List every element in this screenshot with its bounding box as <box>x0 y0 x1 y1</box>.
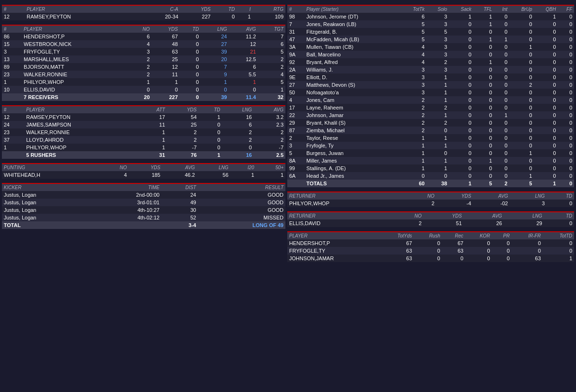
table-cell: 0 <box>509 119 534 127</box>
table-cell: 0 <box>473 43 494 51</box>
table-cell: 24 <box>201 33 229 40</box>
table-cell: 1 <box>152 78 180 86</box>
table-row: Justus, Logan4th-10:2730GOOD <box>2 206 285 214</box>
table-cell: 0 <box>449 164 473 172</box>
table-cell: 0 <box>465 239 492 247</box>
table-row: 22Johnson, Jamar21001000 <box>287 111 574 119</box>
table-cell: 1 <box>2 78 22 86</box>
table-cell <box>93 221 161 229</box>
table-cell: 13 <box>2 55 22 63</box>
right-column: # Player (Starter) TotTk Solo Sack TFL I… <box>287 2 574 264</box>
punting-header-row: PUNTING NO YDS AVG LNG I20 50+ <box>2 164 285 171</box>
table-cell: 2 <box>494 180 509 187</box>
table-cell: 24 <box>161 191 198 199</box>
table-cell: 227 <box>152 93 180 101</box>
table-cell: 63 <box>152 48 180 55</box>
table-cell: Justus, Logan <box>2 206 93 214</box>
table-row: Justus, Logan4th-02:1252MISSED <box>2 214 285 221</box>
receiving-col-td: TD <box>180 26 201 33</box>
table-cell: 25 <box>152 55 180 63</box>
rushing-body: 12RAMSEY,PEYTON17541163.224JAMES,SAMPSON… <box>2 113 285 159</box>
table-cell: 0 <box>558 111 574 119</box>
table-cell: 0 <box>465 255 492 262</box>
table-cell: 0 <box>449 66 473 73</box>
table-cell: 0 <box>201 86 229 93</box>
table-cell: 0 <box>494 96 509 104</box>
table-cell: 10 <box>2 86 22 93</box>
table-cell: 2nd-00:00 <box>93 191 161 199</box>
punting-table: PUNTING NO YDS AVG LNG I20 50+ WHITEHEAD… <box>2 164 285 179</box>
table-row: FRYFOGLE,TY630630000 <box>287 247 574 255</box>
table-cell: 50 <box>287 89 304 96</box>
table-cell: 6 <box>222 121 254 128</box>
table-cell: 1 <box>256 171 285 179</box>
table-cell: JOHNSON,JAMAR <box>287 255 379 262</box>
table-cell: 0 <box>473 66 494 73</box>
table-cell: 1 <box>473 13 494 20</box>
table-cell: 0 <box>494 20 509 28</box>
table-cell: 0 <box>449 89 473 96</box>
table-row: 9EElliott, D.31000000 <box>287 73 574 81</box>
table-cell: 0 <box>199 144 222 151</box>
table-cell: TOTAL <box>2 221 93 229</box>
table-cell: 39 <box>201 48 229 55</box>
table-cell: PHILYOR,WHOP <box>287 200 407 207</box>
table-cell: 67 <box>379 239 414 247</box>
table-cell: 3 <box>427 13 449 20</box>
table-cell: 0 <box>534 127 558 134</box>
table-cell: 5.5 <box>229 71 258 78</box>
passing-header-row: # PLAYER C-A YDS TD I RTG <box>2 6 285 13</box>
table-cell: 7 <box>201 63 229 71</box>
table-cell: 0 <box>558 43 574 51</box>
table-cell: 1 <box>2 144 24 151</box>
def-col-qbh: QBH <box>534 6 558 13</box>
table-cell: 0 <box>473 149 494 157</box>
table-cell: 4th-10:27 <box>93 206 161 214</box>
all-purpose-body: HENDERSHOT,P670670000FRYFOGLE,TY63063000… <box>287 239 574 262</box>
table-cell: 0 <box>494 149 509 157</box>
table-cell: WHITEHEAD,H <box>2 171 102 179</box>
table-cell: 1 <box>427 164 449 172</box>
table-cell <box>2 93 22 101</box>
table-row: 23WALKER,RONNIE211095.54 <box>2 71 285 78</box>
pr-col-td: TD <box>547 192 574 200</box>
table-cell: 0 <box>534 104 558 111</box>
table-cell: McFadden, Micah (LB) <box>304 36 400 43</box>
table-row: WHITEHEAD,H418546.25611 <box>2 171 285 179</box>
table-cell: GOOD <box>198 206 285 214</box>
table-cell: 0 <box>558 73 574 81</box>
table-cell: Jones, Reakwon (LB) <box>304 20 400 28</box>
table-cell: -7 <box>167 144 199 151</box>
table-cell: 0 <box>492 247 512 255</box>
table-cell: 6 <box>258 40 285 48</box>
table-cell: 0 <box>534 58 558 66</box>
table-cell: Bryant, Alfred <box>304 58 400 66</box>
receiving-col-player: PLAYER <box>22 26 129 33</box>
table-cell: 2 <box>287 134 304 142</box>
table-cell: 92 <box>287 58 304 66</box>
table-cell: 7 RECEIVERS <box>22 93 129 101</box>
table-cell: 2 <box>167 128 199 136</box>
table-cell: 63 <box>512 255 543 262</box>
table-cell: Ziemba, Michael <box>304 127 400 134</box>
ap-col-rec: Rec <box>442 232 465 239</box>
table-cell: 2A <box>287 66 304 73</box>
table-row: Justus, Logan2nd-00:0024GOOD <box>2 191 285 199</box>
table-cell: 29 <box>287 119 304 127</box>
table-cell: 0 <box>199 121 222 128</box>
table-cell: 0 <box>494 104 509 111</box>
table-cell: Johnson, Jamar <box>304 111 400 119</box>
table-cell: 0 <box>180 71 201 78</box>
receiving-title <box>2 22 285 26</box>
main-container: # PLAYER C-A YDS TD I RTG 12RAMSEY,PEYTO… <box>2 2 574 264</box>
receiving-col-lng: LNG <box>201 26 229 33</box>
pr-col-returner: RETURNER <box>287 192 407 200</box>
punting-col-lng: LNG <box>197 164 230 171</box>
table-cell: 3 <box>427 66 449 73</box>
table-cell: PHILYOR,WHOP <box>24 144 138 151</box>
table-cell: 2 <box>129 55 152 63</box>
table-cell: 0 <box>180 86 201 93</box>
table-cell: 20-34 <box>139 13 180 20</box>
table-cell: 0 <box>509 58 534 66</box>
def-col-tfl: TFL <box>473 6 494 13</box>
